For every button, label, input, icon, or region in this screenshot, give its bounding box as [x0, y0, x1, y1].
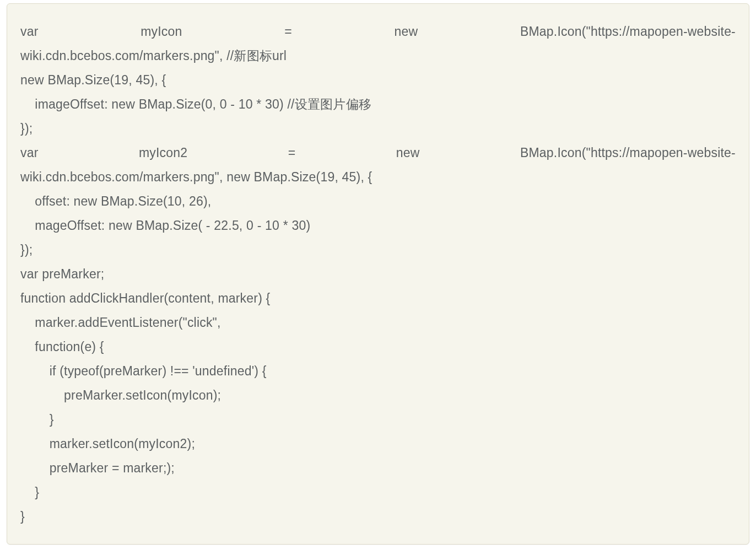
code-line: offset: new BMap.Size(10, 26), — [20, 189, 736, 213]
code-line: var myIcon2 = new BMap.Icon("https://map… — [20, 141, 736, 165]
code-token: myIcon2 — [139, 141, 187, 165]
code-line: function addClickHandler(content, marker… — [20, 286, 736, 310]
code-block: var myIcon = new BMap.Icon("https://mapo… — [7, 3, 749, 545]
code-token: new — [395, 19, 418, 44]
code-line: function(e) { — [20, 335, 736, 359]
code-token: var — [20, 141, 39, 165]
code-token: var — [20, 19, 39, 44]
code-line: }); — [20, 238, 736, 262]
code-line: imageOffset: new BMap.Size(0, 0 - 10 * 3… — [20, 92, 736, 116]
code-line: } — [20, 407, 736, 432]
code-line: var preMarker; — [20, 262, 736, 286]
code-line: wiki.cdn.bcebos.com/markers.png", new BM… — [20, 165, 736, 189]
code-line: preMarker.setIcon(myIcon); — [20, 383, 736, 407]
code-line: }); — [20, 116, 736, 141]
code-line: if (typeof(preMarker) !== 'undefined') { — [20, 359, 736, 383]
code-token: new — [396, 141, 420, 165]
code-line: marker.setIcon(myIcon2); — [20, 432, 736, 456]
code-line: var myIcon = new BMap.Icon("https://mapo… — [20, 19, 736, 44]
code-token: myIcon — [141, 19, 182, 44]
code-token: = — [284, 19, 292, 44]
code-line: wiki.cdn.bcebos.com/markers.png", //新图标u… — [20, 44, 736, 68]
code-token: BMap.Icon("https://mapopen-website- — [520, 141, 736, 165]
code-line: } — [20, 504, 736, 529]
code-line: preMarker = marker;); — [20, 456, 736, 480]
code-line: mageOffset: new BMap.Size( - 22.5, 0 - 1… — [20, 213, 736, 238]
code-line: new BMap.Size(19, 45), { — [20, 68, 736, 92]
code-token: = — [288, 141, 296, 165]
code-token: BMap.Icon("https://mapopen-website- — [520, 19, 736, 44]
code-line: marker.addEventListener("click", — [20, 310, 736, 335]
code-line: } — [20, 480, 736, 504]
